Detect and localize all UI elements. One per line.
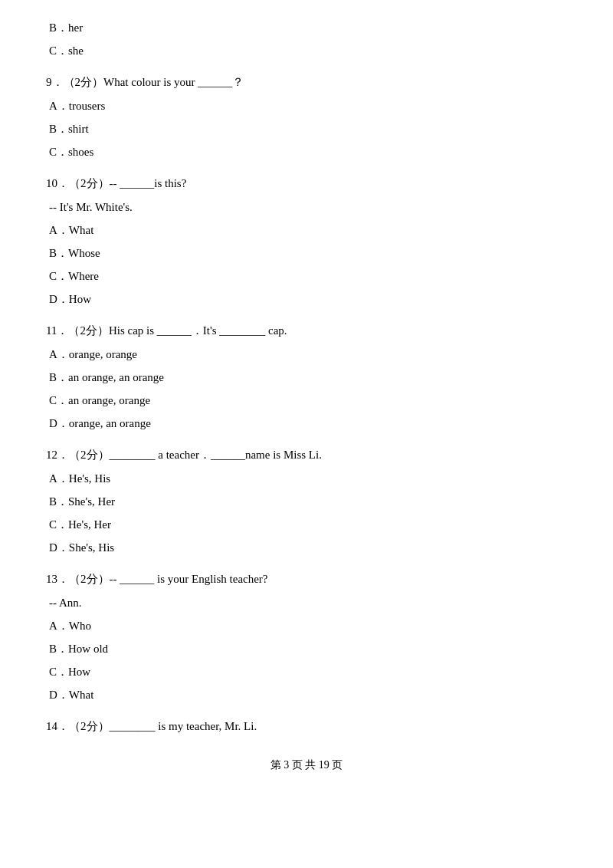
question-line: 12．（2分）________ a teacher．______name is … (46, 445, 567, 465)
option-line: B．Whose (46, 243, 567, 264)
question-line: 10．（2分）-- ______is this? (46, 173, 567, 194)
option-line: B．shirt (46, 119, 567, 140)
option-line: B．She's, Her (46, 492, 567, 512)
option-line: D．What (46, 685, 567, 705)
option-line: A．Who (46, 616, 567, 636)
page-footer: 第 3 页 共 19 页 (46, 755, 567, 774)
question-line: 11．（2分）His cap is ______．It's ________ c… (46, 321, 567, 341)
option-line: C．she (46, 41, 567, 61)
option-line: D．She's, His (46, 538, 567, 558)
question-line: 13．（2分）-- ______ is your English teacher… (46, 569, 567, 590)
option-line: C．Where (46, 266, 567, 287)
question-line: 14．（2分）________ is my teacher, Mr. Li. (46, 716, 567, 737)
option-line: D．orange, an orange (46, 413, 567, 434)
option-line: B．How old (46, 639, 567, 659)
option-line: C．an orange, orange (46, 390, 567, 411)
option-line: A．orange, orange (46, 344, 567, 365)
option-line: A．He's, His (46, 469, 567, 489)
question-line: 9．（2分）What colour is your ______？ (46, 72, 567, 93)
main-content: B．herC．she9．（2分）What colour is your ____… (46, 18, 567, 774)
option-line: B．an orange, an orange (46, 367, 567, 388)
option-line: B．her (46, 18, 567, 38)
option-line: -- It's Mr. White's. (46, 197, 567, 218)
option-line: -- Ann. (46, 593, 567, 613)
option-line: C．He's, Her (46, 515, 567, 535)
option-line: C．How (46, 662, 567, 682)
option-line: A．What (46, 220, 567, 241)
option-line: D．How (46, 289, 567, 310)
option-line: A．trousers (46, 96, 567, 117)
option-line: C．shoes (46, 142, 567, 163)
